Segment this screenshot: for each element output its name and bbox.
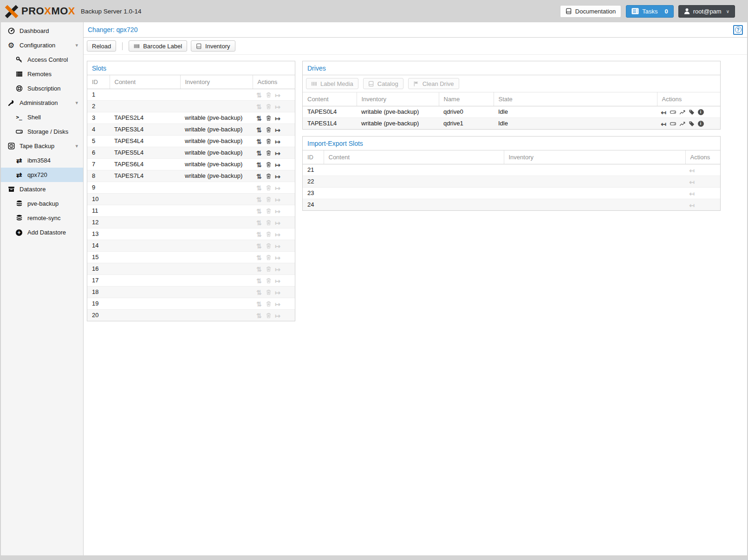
slot-row-19[interactable]: 19⇅↦ xyxy=(87,298,295,310)
sidebar-item-subscription[interactable]: Subscription xyxy=(1,81,83,96)
slot-row-14[interactable]: 14⇅↦ xyxy=(87,240,295,252)
sidebar-item-access-control[interactable]: Access Control xyxy=(1,52,83,67)
transfer-icon[interactable]: ⇅ xyxy=(255,115,263,122)
import-export-row-22[interactable]: 22↤ xyxy=(303,176,720,188)
caret-down-icon[interactable]: ▾ xyxy=(75,100,78,106)
slot-row-20[interactable]: 20⇅↦ xyxy=(87,310,295,321)
sidebar-item-ibm3584[interactable]: ⇄ibm3584 xyxy=(1,153,83,168)
export-icon[interactable]: ↦ xyxy=(274,127,281,133)
column-header-inventory[interactable]: Inventory xyxy=(180,75,253,89)
import-export-row-23[interactable]: 23↤ xyxy=(303,188,720,199)
column-header-actions[interactable]: Actions xyxy=(657,92,720,106)
trash-icon[interactable] xyxy=(265,127,272,133)
chart-icon[interactable] xyxy=(678,109,686,115)
slot-row-2[interactable]: 2⇅↦ xyxy=(87,101,295,112)
trash-icon[interactable] xyxy=(265,162,272,168)
column-header-content[interactable]: Content xyxy=(110,75,180,89)
documentation-button[interactable]: Documentation xyxy=(560,5,621,18)
actions-cell: ⇅↦ xyxy=(253,124,295,136)
drive-row-qdrive0[interactable]: TAPES0L4writable (pve-backup)qdrive0Idle… xyxy=(303,106,720,118)
column-header-id[interactable]: ID xyxy=(303,150,324,164)
drive-row-qdrive1[interactable]: TAPES1L4writable (pve-backup)qdrive1Idle… xyxy=(303,118,720,130)
import-export-row-21[interactable]: 21↤ xyxy=(303,164,720,176)
import-export-inventory-cell xyxy=(504,164,685,176)
info-icon[interactable]: i xyxy=(697,121,704,127)
unload-icon[interactable]: ↤ xyxy=(660,109,667,116)
trash-icon[interactable] xyxy=(265,138,272,144)
transfer-icon[interactable]: ⇅ xyxy=(255,173,263,180)
tag-icon[interactable] xyxy=(688,109,695,115)
sidebar-item-shell[interactable]: >_Shell xyxy=(1,110,83,124)
slot-row-8[interactable]: 8TAPES7L4writable (pve-backup)⇅↦ xyxy=(87,170,295,182)
caret-down-icon[interactable]: ▾ xyxy=(75,143,78,149)
sidebar-item-dashboard[interactable]: Dashboard xyxy=(1,24,83,38)
sidebar-item-qpx720[interactable]: ⇄qpx720 xyxy=(1,168,83,182)
slot-row-9[interactable]: 9⇅↦ xyxy=(87,182,295,194)
chart-icon[interactable] xyxy=(678,121,686,127)
slot-row-4[interactable]: 4TAPES3L4writable (pve-backup)⇅↦ xyxy=(87,124,295,136)
column-header-actions[interactable]: Actions xyxy=(685,150,720,164)
trash-icon[interactable] xyxy=(265,150,272,156)
export-icon[interactable]: ↦ xyxy=(274,173,281,180)
sidebar-item-datastore[interactable]: Datastore xyxy=(1,182,83,196)
export-icon[interactable]: ↦ xyxy=(274,115,281,122)
slot-row-17[interactable]: 17⇅↦ xyxy=(87,275,295,287)
catalog-button[interactable]: Catalog xyxy=(363,78,403,89)
drive-icon[interactable] xyxy=(669,109,676,115)
import-export-row-24[interactable]: 24↤ xyxy=(303,199,720,211)
column-header-content[interactable]: Content xyxy=(324,150,504,164)
sidebar-item-tape-backup[interactable]: Tape Backup▾ xyxy=(1,139,83,153)
clean-drive-button[interactable]: Clean Drive xyxy=(408,78,459,89)
unload-icon[interactable]: ↤ xyxy=(660,121,667,127)
slot-row-7[interactable]: 7TAPES6L4writable (pve-backup)⇅↦ xyxy=(87,159,295,170)
user-menu-button[interactable]: root@pam ∨ xyxy=(678,5,735,18)
slot-row-3[interactable]: 3TAPES2L4writable (pve-backup)⇅↦ xyxy=(87,112,295,124)
slot-row-5[interactable]: 5TAPES4L4writable (pve-backup)⇅↦ xyxy=(87,136,295,147)
column-header-state[interactable]: State xyxy=(494,92,657,106)
trash-icon[interactable] xyxy=(265,115,272,121)
transfer-icon[interactable]: ⇅ xyxy=(255,150,263,156)
sidebar-item-administration[interactable]: Administration▾ xyxy=(1,96,83,110)
column-header-actions[interactable]: Actions xyxy=(253,75,295,89)
help-button[interactable]: ? xyxy=(733,25,743,35)
barcode-label-button[interactable]: Barcode Label xyxy=(129,40,187,52)
sidebar-item-pve-backup[interactable]: pve-backup xyxy=(1,196,83,211)
tag-icon[interactable] xyxy=(688,121,695,127)
sidebar-item-remotes[interactable]: Remotes xyxy=(1,67,83,81)
slot-row-16[interactable]: 16⇅↦ xyxy=(87,263,295,275)
slot-row-10[interactable]: 10⇅↦ xyxy=(87,194,295,205)
column-header-id[interactable]: ID xyxy=(87,75,110,89)
trash-icon[interactable] xyxy=(265,173,272,179)
tasks-button[interactable]: Tasks 0 xyxy=(626,5,673,18)
column-header-content[interactable]: Content xyxy=(303,92,357,106)
transfer-icon[interactable]: ⇅ xyxy=(255,127,263,133)
slot-row-6[interactable]: 6TAPES5L4writable (pve-backup)⇅↦ xyxy=(87,147,295,159)
sidebar-item-remote-sync[interactable]: remote-sync xyxy=(1,211,83,225)
reload-button[interactable]: Reload xyxy=(87,40,116,52)
column-header-inventory[interactable]: Inventory xyxy=(357,92,439,106)
slot-row-12[interactable]: 12⇅↦ xyxy=(87,217,295,228)
slot-row-11[interactable]: 11⇅↦ xyxy=(87,205,295,217)
barcode-icon xyxy=(311,81,317,87)
sidebar-item-configuration[interactable]: ⚙Configuration▾ xyxy=(1,38,83,52)
export-icon[interactable]: ↦ xyxy=(274,150,281,156)
slot-row-13[interactable]: 13⇅↦ xyxy=(87,228,295,240)
drive-icon[interactable] xyxy=(669,121,676,127)
transfer-icon[interactable]: ⇅ xyxy=(255,162,263,168)
export-icon[interactable]: ↦ xyxy=(274,138,281,145)
info-icon[interactable]: i xyxy=(697,109,704,115)
column-header-name[interactable]: Name xyxy=(439,92,494,106)
slot-row-18[interactable]: 18⇅↦ xyxy=(87,287,295,298)
export-icon[interactable]: ↦ xyxy=(274,162,281,168)
transfer-icon[interactable]: ⇅ xyxy=(255,138,263,145)
sidebar-item-add-datastore[interactable]: +Add Datastore xyxy=(1,225,83,240)
slot-row-15[interactable]: 15⇅↦ xyxy=(87,252,295,263)
slot-row-1[interactable]: 1⇅↦ xyxy=(87,89,295,101)
caret-down-icon[interactable]: ▾ xyxy=(75,42,78,48)
drive-name-cell: qdrive1 xyxy=(439,118,494,130)
inventory-button[interactable]: Inventory xyxy=(191,40,235,52)
sidebar-item-storage-disks[interactable]: Storage / Disks xyxy=(1,124,83,139)
label-media-button[interactable]: Label Media xyxy=(306,78,358,89)
column-header-inventory[interactable]: Inventory xyxy=(504,150,685,164)
slot-id-cell: 20 xyxy=(87,310,110,321)
